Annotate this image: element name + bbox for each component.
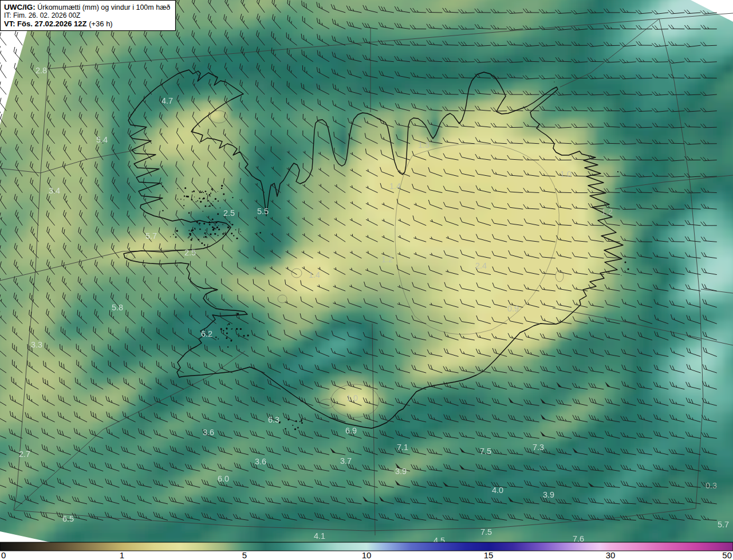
- svg-text:7.5: 7.5: [480, 447, 491, 456]
- svg-text:3.9: 3.9: [543, 490, 554, 499]
- svg-text:VT: Fös. 27.02.2026 12Z (+36 h: VT: Fös. 27.02.2026 12Z (+36 h): [4, 19, 113, 28]
- svg-text:1.2: 1.2: [601, 207, 613, 216]
- svg-text:1.4: 1.4: [389, 182, 401, 191]
- svg-text:6.5: 6.5: [62, 514, 74, 523]
- svg-text:6.3: 6.3: [268, 415, 279, 424]
- svg-text:2.5: 2.5: [223, 208, 235, 218]
- svg-text:3.6: 3.6: [203, 428, 214, 437]
- svg-text:3.7: 3.7: [340, 456, 352, 466]
- svg-text:0.9: 0.9: [507, 304, 519, 313]
- svg-text:10: 10: [362, 550, 372, 560]
- svg-text:5.7: 5.7: [718, 520, 729, 529]
- svg-text:6.2: 6.2: [201, 329, 212, 338]
- svg-text:1: 1: [120, 550, 124, 560]
- svg-text:3.3: 3.3: [31, 340, 42, 349]
- svg-text:6.0: 6.0: [218, 474, 229, 483]
- svg-text:7.3: 7.3: [533, 443, 544, 452]
- svg-text:15: 15: [484, 550, 494, 560]
- svg-text:2.5: 2.5: [184, 248, 196, 257]
- svg-text:5.7: 5.7: [145, 231, 157, 240]
- svg-text:3.6: 3.6: [255, 457, 266, 466]
- svg-text:2.8: 2.8: [36, 66, 47, 75]
- svg-text:2.7: 2.7: [19, 449, 30, 459]
- svg-text:5: 5: [242, 550, 247, 560]
- svg-text:7.1: 7.1: [397, 443, 408, 452]
- svg-text:4.1: 4.1: [314, 531, 325, 541]
- svg-text:5.8: 5.8: [112, 303, 123, 312]
- svg-text:1.3: 1.3: [418, 140, 429, 149]
- svg-text:UWC/IG: Úrkomumætti (mm) og vi: UWC/IG: Úrkomumætti (mm) og vindur i 100…: [4, 3, 170, 11]
- svg-text:2.4: 2.4: [475, 261, 487, 270]
- svg-text:1.0: 1.0: [346, 393, 358, 403]
- svg-text:4.0: 4.0: [492, 486, 503, 495]
- svg-text:6.9: 6.9: [345, 426, 357, 435]
- svg-text:50: 50: [722, 550, 732, 560]
- svg-text:7.5: 7.5: [480, 527, 492, 537]
- svg-text:1.4: 1.4: [309, 270, 320, 279]
- svg-text:1.0: 1.0: [560, 169, 572, 179]
- svg-text:4.7: 4.7: [161, 96, 173, 105]
- svg-text:3.4: 3.4: [49, 186, 60, 195]
- svg-text:1.2: 1.2: [381, 255, 393, 264]
- svg-text:0.3: 0.3: [706, 481, 717, 490]
- svg-text:5.4: 5.4: [96, 135, 108, 144]
- svg-text:3.9: 3.9: [395, 467, 407, 476]
- svg-text:IT: Fim. 26. 02. 2026 00Z: IT: Fim. 26. 02. 2026 00Z: [4, 11, 80, 19]
- svg-text:30: 30: [606, 550, 616, 560]
- svg-text:5.5: 5.5: [257, 207, 269, 216]
- svg-text:0: 0: [1, 550, 6, 560]
